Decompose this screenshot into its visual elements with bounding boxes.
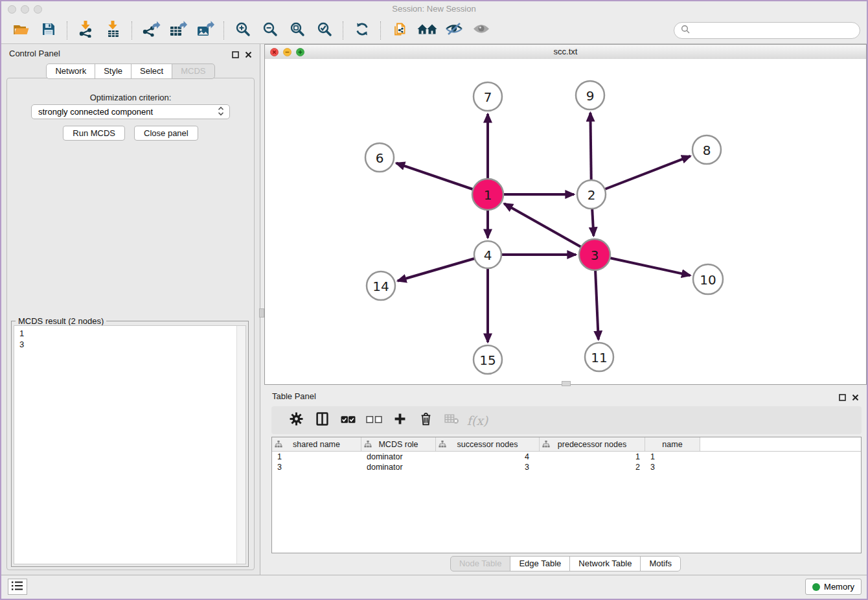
hide-selected-button[interactable] bbox=[440, 19, 468, 42]
close-panel-icon[interactable] bbox=[245, 49, 252, 61]
run-mcds-button[interactable]: Run MCDS bbox=[63, 126, 125, 141]
svg-text:10: 10 bbox=[700, 272, 716, 288]
refresh-view-button[interactable] bbox=[348, 19, 376, 42]
horizontal-splitter-handle[interactable] bbox=[562, 381, 571, 386]
memory-status-icon bbox=[812, 583, 820, 591]
add-column-button[interactable] bbox=[387, 410, 413, 431]
import-network-button[interactable] bbox=[73, 19, 100, 42]
toggle-panel-layout-button[interactable] bbox=[309, 410, 335, 431]
svg-text:7: 7 bbox=[484, 89, 492, 105]
select-all-button[interactable] bbox=[335, 410, 361, 431]
tab-motifs[interactable]: Motifs bbox=[640, 556, 681, 571]
network-window-title: scc.txt bbox=[265, 47, 866, 56]
search-input[interactable] bbox=[694, 25, 853, 36]
tab-network-table[interactable]: Network Table bbox=[569, 556, 641, 571]
memory-button[interactable]: Memory bbox=[805, 579, 862, 595]
mcds-result-item[interactable]: 1 bbox=[19, 328, 240, 339]
table-cell: 1 bbox=[272, 452, 361, 461]
delete-table-button[interactable] bbox=[439, 410, 464, 431]
toolbar-separator bbox=[223, 21, 225, 40]
criterion-select[interactable]: strongly connected component bbox=[31, 104, 230, 119]
open-session-button[interactable] bbox=[8, 19, 35, 42]
graph-node-15[interactable]: 15 bbox=[474, 345, 502, 374]
graph-node-14[interactable]: 14 bbox=[367, 271, 395, 300]
save-session-button[interactable] bbox=[35, 19, 62, 42]
table-cell: 1 bbox=[645, 452, 700, 461]
status-bar: Memory bbox=[1, 575, 867, 599]
table-panel-title: Table Panel bbox=[272, 391, 316, 401]
node-table: shared nameMCDS rolesuccessor nodesprede… bbox=[271, 437, 862, 553]
unselect-all-button[interactable] bbox=[361, 410, 387, 431]
window-title: Session: New Session bbox=[1, 4, 867, 14]
show-panel-list-button[interactable] bbox=[8, 579, 27, 595]
graph-node-8[interactable]: 8 bbox=[692, 135, 721, 164]
tab-mcds[interactable]: MCDS bbox=[172, 63, 214, 79]
search-icon bbox=[681, 25, 690, 36]
graph-node-3[interactable]: 3 bbox=[579, 239, 610, 270]
svg-text:4: 4 bbox=[484, 248, 492, 263]
toolbar-separator bbox=[67, 21, 68, 40]
tab-node-table[interactable]: Node Table bbox=[450, 556, 511, 571]
application-window: Session: New Session bbox=[0, 0, 868, 600]
svg-text:9: 9 bbox=[586, 88, 595, 104]
result-scrollbar[interactable] bbox=[236, 326, 246, 564]
export-table-icon bbox=[169, 21, 188, 40]
graph-node-6[interactable]: 6 bbox=[365, 143, 394, 172]
column-settings-button[interactable] bbox=[283, 410, 309, 431]
zoom-in-button[interactable] bbox=[229, 19, 257, 42]
export-network-button[interactable] bbox=[137, 19, 165, 42]
export-image-button[interactable] bbox=[192, 19, 219, 42]
graph-node-1[interactable]: 1 bbox=[472, 179, 503, 210]
graph-node-10[interactable]: 10 bbox=[693, 264, 723, 294]
svg-text:11: 11 bbox=[591, 350, 607, 365]
search-box[interactable] bbox=[674, 22, 860, 39]
svg-text:3: 3 bbox=[591, 248, 599, 263]
column-header-shared-name[interactable]: shared name bbox=[272, 437, 361, 451]
zoom-out-button[interactable] bbox=[257, 19, 284, 42]
home-networks-button[interactable] bbox=[413, 19, 440, 42]
refresh-icon bbox=[354, 21, 370, 40]
graph-node-11[interactable]: 11 bbox=[585, 343, 613, 371]
copy-view-button[interactable] bbox=[386, 19, 413, 42]
graph-node-2[interactable]: 2 bbox=[577, 180, 606, 209]
column-header-MCDS-role[interactable]: MCDS role bbox=[361, 437, 436, 451]
column-header-name[interactable]: name bbox=[645, 437, 700, 451]
column-header-successor-nodes[interactable]: successor nodes bbox=[436, 437, 540, 451]
svg-text:15: 15 bbox=[479, 352, 496, 368]
table-row[interactable]: 3dominator323 bbox=[272, 462, 861, 472]
houses-icon bbox=[417, 22, 437, 39]
tab-select[interactable]: Select bbox=[131, 63, 172, 79]
tab-edge-table[interactable]: Edge Table bbox=[510, 556, 570, 571]
graph-node-7[interactable]: 7 bbox=[474, 82, 502, 111]
close-panel-button[interactable]: Close panel bbox=[134, 126, 198, 141]
mcds-result-item[interactable]: 3 bbox=[19, 339, 240, 350]
network-canvas[interactable]: 7968124314101511 bbox=[265, 59, 866, 384]
graph-node-9[interactable]: 9 bbox=[576, 81, 604, 110]
table-toolbar: f(x) bbox=[271, 406, 862, 434]
vertical-splitter-handle[interactable] bbox=[259, 308, 264, 317]
tab-network[interactable]: Network bbox=[46, 63, 95, 79]
column-header-predecessor-nodes[interactable]: predecessor nodes bbox=[540, 437, 645, 451]
float-panel-icon[interactable] bbox=[232, 49, 239, 61]
apply-function-button[interactable]: f(x) bbox=[464, 410, 490, 431]
network-window-titlebar[interactable]: scc.txt bbox=[265, 45, 866, 60]
zoom-selected-button[interactable] bbox=[311, 19, 338, 42]
export-table-button[interactable] bbox=[165, 19, 192, 42]
mcds-result-list[interactable]: 1 3 bbox=[14, 325, 246, 564]
close-panel-icon[interactable] bbox=[852, 392, 859, 404]
graph-node-4[interactable]: 4 bbox=[474, 241, 501, 268]
criterion-selected-value: strongly connected component bbox=[38, 107, 218, 117]
unchecked-boxes-icon bbox=[366, 415, 382, 426]
svg-text:6: 6 bbox=[376, 150, 384, 166]
zoom-fit-button[interactable] bbox=[284, 19, 311, 42]
import-table-button[interactable] bbox=[100, 19, 127, 42]
show-all-button[interactable] bbox=[468, 19, 495, 42]
control-panel-tabs: Network Style Select MCDS bbox=[1, 63, 260, 79]
tab-style[interactable]: Style bbox=[95, 63, 131, 79]
graph-edge-2-8[interactable] bbox=[591, 156, 691, 194]
float-panel-icon[interactable] bbox=[839, 392, 846, 404]
table-body: 1dominator4113dominator323 bbox=[272, 452, 861, 472]
delete-column-button[interactable] bbox=[413, 410, 439, 431]
table-cell: 4 bbox=[436, 452, 540, 461]
table-row[interactable]: 1dominator411 bbox=[272, 452, 861, 462]
